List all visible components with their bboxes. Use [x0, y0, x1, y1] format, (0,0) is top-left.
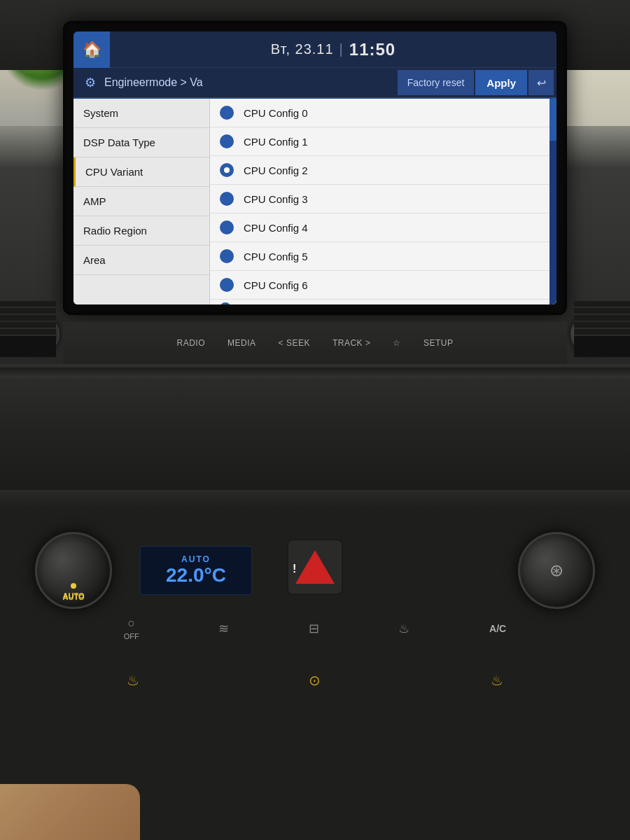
header-datetime: Вт, 23.11 | 11:50: [110, 40, 556, 59]
front-defrost-button[interactable]: ≋: [218, 621, 229, 636]
radio-options: CPU Config 0 CPU Config 1 CPU Config 2: [210, 99, 550, 304]
menu-item-system[interactable]: System: [74, 99, 209, 128]
ac-button[interactable]: A/C: [489, 623, 506, 634]
screen-header: 🏠 Вт, 23.11 | 11:50: [74, 31, 556, 68]
climate-temp-knob[interactable]: AUTO: [35, 532, 112, 609]
cpu-config-5-item[interactable]: CPU Config 5: [210, 242, 550, 271]
cpu-config-7-item-partial[interactable]: CPU Config 7: [210, 300, 550, 304]
vent-slat: [574, 315, 630, 322]
cpu-config-list: CPU Config 0 CPU Config 1 CPU Config 2: [210, 99, 556, 304]
back-button[interactable]: ↩: [528, 70, 554, 95]
seek-prev-button[interactable]: < SEEK: [269, 334, 320, 352]
media-controls-row: RADIO MEDIA < SEEK TRACK > ☆ SETUP: [63, 322, 567, 364]
screen-toolbar: ⚙ Engineermode > Va Factory reset Apply …: [74, 68, 556, 99]
vent-slat: [0, 301, 56, 308]
toolbar-title: Engineermode > Va: [104, 76, 398, 89]
seat-heat-front-icon: ⊙: [309, 672, 321, 689]
vent-slat: [574, 301, 630, 308]
climate-auto-label: AUTO: [181, 554, 211, 564]
cpu-config-3-label: CPU Config 3: [244, 193, 308, 205]
radio-circle-4: [220, 220, 234, 234]
cpu-config-4-label: CPU Config 4: [244, 222, 308, 234]
vent-slat: [574, 322, 630, 329]
off-label: OFF: [124, 632, 139, 640]
climate-buttons-row: ○ OFF ≋ ⊟ ♨ A/C: [84, 616, 546, 640]
cpu-config-1-label: CPU Config 1: [244, 136, 308, 148]
front-defrost-icon: ≋: [218, 621, 229, 636]
track-next-button[interactable]: TRACK >: [323, 334, 381, 352]
radio-circle-2: [220, 163, 234, 177]
climate-panel-top: [0, 490, 630, 507]
vent-slat: [0, 308, 56, 315]
lower-dashboard: [0, 364, 630, 504]
vent-right: [574, 301, 630, 357]
radio-button[interactable]: RADIO: [167, 334, 216, 352]
rear-defrost-button[interactable]: ⊟: [309, 621, 319, 636]
header-sep: |: [340, 41, 344, 57]
radio-circle-5: [220, 249, 234, 263]
factory-reset-button[interactable]: Factory reset: [398, 70, 475, 95]
setup-button[interactable]: SETUP: [414, 334, 463, 352]
climate-fan-knob[interactable]: ⊛: [518, 532, 595, 609]
screen-bezel: 🏠 Вт, 23.11 | 11:50 ⚙ Engineermode > Va …: [63, 21, 567, 315]
radio-circle-3: [220, 192, 234, 206]
cpu-config-1-item[interactable]: CPU Config 1: [210, 127, 550, 156]
scrollbar-thumb[interactable]: [550, 99, 556, 141]
menu-item-amp[interactable]: AMP: [74, 187, 209, 216]
cpu-config-2-label: CPU Config 2: [244, 164, 308, 176]
gear-icon: ⚙: [79, 67, 102, 98]
menu-item-cpu-variant[interactable]: CPU Variant: [74, 158, 209, 187]
seat-heat-button[interactable]: ♨: [398, 621, 410, 636]
off-icon: ○: [127, 616, 135, 631]
seat-heat-icon: ♨: [398, 621, 410, 636]
hand-finger: [0, 784, 140, 840]
menu-item-area[interactable]: Area: [74, 246, 209, 275]
seat-heat-left-icon: ♨: [127, 672, 139, 689]
fan-icon: ⊛: [550, 561, 564, 580]
vent-left: [0, 301, 56, 357]
radio-circle-1: [220, 134, 234, 148]
home-button[interactable]: 🏠: [74, 31, 110, 68]
hazard-exclamation: !: [293, 563, 296, 575]
dash-divider: [0, 368, 630, 378]
cpu-config-0-item[interactable]: CPU Config 0: [210, 99, 550, 127]
header-date: Вт, 23.11: [271, 41, 334, 57]
hazard-button[interactable]: !: [287, 539, 343, 595]
left-menu: System DSP Data Type CPU Variant AMP Rad…: [74, 99, 210, 304]
cpu-config-6-label: CPU Config 6: [244, 279, 308, 291]
climate-display: AUTO 22.0°C: [140, 546, 252, 595]
cpu-config-2-item[interactable]: CPU Config 2: [210, 156, 550, 185]
scrollbar[interactable]: [550, 99, 556, 304]
media-button[interactable]: MEDIA: [218, 334, 266, 352]
screen-content: System DSP Data Type CPU Variant AMP Rad…: [74, 99, 556, 304]
cpu-config-radio-list: CPU Config 0 CPU Config 1 CPU Config 2: [210, 99, 550, 304]
cpu-config-4-item[interactable]: CPU Config 4: [210, 214, 550, 242]
apply-button[interactable]: Apply: [475, 70, 527, 95]
hazard-triangle-container: !: [295, 550, 335, 584]
vent-slat: [0, 322, 56, 329]
climate-temperature: 22.0°C: [166, 564, 226, 587]
seat-heat-right-icon: ♨: [491, 672, 503, 689]
vent-slat: [0, 315, 56, 322]
seat-indicators-row: ♨ ⊙ ♨: [42, 672, 588, 689]
off-button[interactable]: ○ OFF: [124, 616, 139, 640]
cpu-config-5-label: CPU Config 5: [244, 251, 308, 262]
cpu-config-7-label: CPU Config 7: [241, 303, 296, 305]
vent-slat: [574, 329, 630, 336]
radio-circle-7: [220, 302, 231, 304]
radio-circle-0: [220, 106, 234, 120]
vent-slat: [0, 329, 56, 336]
cpu-config-3-item[interactable]: CPU Config 3: [210, 185, 550, 214]
vent-slat: [574, 308, 630, 315]
favorite-button[interactable]: ☆: [383, 334, 411, 352]
infotainment-screen: 🏠 Вт, 23.11 | 11:50 ⚙ Engineermode > Va …: [74, 31, 556, 304]
header-time: 11:50: [349, 40, 396, 59]
cpu-config-0-label: CPU Config 0: [244, 107, 308, 119]
rear-defrost-icon: ⊟: [309, 621, 319, 636]
ac-label: A/C: [489, 623, 506, 634]
hazard-triangle-icon: [295, 550, 335, 584]
menu-item-radio-region[interactable]: Radio Region: [74, 216, 209, 246]
cpu-config-6-item[interactable]: CPU Config 6: [210, 271, 550, 300]
menu-item-dsp[interactable]: DSP Data Type: [74, 128, 209, 158]
home-icon: 🏠: [83, 41, 102, 59]
